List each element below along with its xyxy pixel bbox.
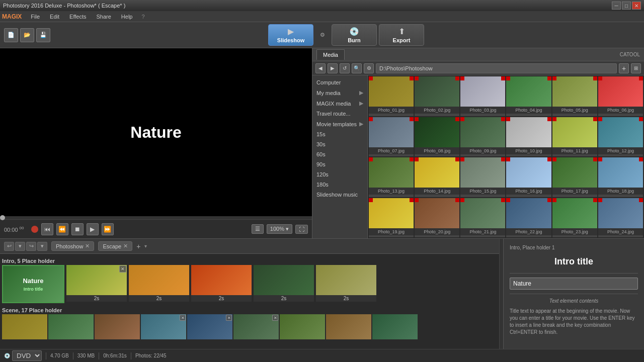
settings-icon[interactable]: ⚙ <box>315 28 330 42</box>
clip-6[interactable]: 2s <box>316 265 376 303</box>
sidebar-item-magix-media[interactable]: MAGIX media ▶ <box>312 98 367 109</box>
photo-19[interactable]: Photo_19.jpg <box>369 198 414 238</box>
forward-button[interactable]: ▶ <box>328 63 338 73</box>
sidebar-item-120s[interactable]: 120s <box>312 169 367 179</box>
clip-2[interactable]: ✕ 2s <box>66 265 127 303</box>
minimize-button[interactable]: ─ <box>612 2 621 10</box>
close-tab-icon[interactable]: ✕ <box>123 243 128 249</box>
clip-3[interactable]: 2s <box>129 265 189 303</box>
scene-clip-3[interactable] <box>95 314 140 339</box>
photo-17[interactable]: Photo_17.jpg <box>552 157 597 197</box>
view-toggle-button[interactable]: ⊞ <box>631 63 641 73</box>
timeline-scrollbar[interactable] <box>499 239 503 349</box>
sidebar-item-90s[interactable]: 90s <box>312 159 367 169</box>
title-text-input[interactable] <box>510 278 638 290</box>
sidebar-item-movie-templates[interactable]: Movie templates ▶ <box>312 119 367 129</box>
photo-21[interactable]: Photo_21.jpg <box>460 198 505 238</box>
scene-clip-1[interactable] <box>2 314 47 339</box>
photo-05[interactable]: Photo_05.jpg <box>552 76 597 116</box>
tab-media[interactable]: Media <box>316 49 345 60</box>
sidebar-item-30s[interactable]: 30s <box>312 139 367 149</box>
photo-20[interactable]: Photo_20.jpg <box>415 198 459 238</box>
new-button[interactable]: 📄 <box>4 28 18 42</box>
photo-07[interactable]: Photo_07.jpg <box>369 117 414 157</box>
zoom-select[interactable]: 100% ▾ <box>267 224 292 234</box>
menu-file[interactable]: File <box>27 13 44 21</box>
progress-thumb[interactable] <box>0 215 5 220</box>
clip-4[interactable]: 2s <box>191 265 252 303</box>
scene-clip-7[interactable] <box>280 314 325 339</box>
photo-09[interactable]: Photo_09.jpg <box>460 117 505 157</box>
preview-progress-bar[interactable] <box>0 216 312 219</box>
clip-intro-title[interactable]: Nature Intro title <box>2 265 64 303</box>
photo-18[interactable]: Photo_18.jpg <box>598 157 643 197</box>
photo-22[interactable]: Photo_22.jpg <box>506 198 551 238</box>
scene-clip-8[interactable] <box>326 314 371 339</box>
sidebar-item-15s[interactable]: 15s <box>312 129 367 139</box>
photo-24[interactable]: Photo_24.jpg <box>598 198 643 238</box>
sidebar-item-travel-route[interactable]: Travel route... <box>312 109 367 119</box>
redo-dropdown[interactable]: ▾ <box>37 242 47 251</box>
slideshow-button[interactable]: ▶ Slideshow <box>268 24 313 46</box>
clip-close-icon[interactable]: ✕ <box>272 315 278 321</box>
maximize-button[interactable]: □ <box>622 2 631 10</box>
refresh-button[interactable]: ↺ <box>340 63 350 73</box>
format-select[interactable]: DVD <box>12 350 42 361</box>
photo-10[interactable]: Photo_10.jpg <box>506 117 551 157</box>
burn-button[interactable]: 💿 Burn <box>332 24 377 46</box>
fast-forward-button[interactable]: ⏩ <box>102 223 114 235</box>
scene-clip-5[interactable]: ✕ <box>187 314 232 339</box>
clip-5[interactable]: 2s <box>254 265 314 303</box>
settings-button[interactable]: ⚙ <box>364 63 374 73</box>
add-button[interactable]: + <box>619 63 629 73</box>
scene-clip-6[interactable]: ✕ <box>233 314 279 339</box>
menu-share[interactable]: Share <box>92 13 115 21</box>
menu-effects[interactable]: Effects <box>65 13 90 21</box>
photo-06[interactable]: Photo_06.jpg <box>598 76 643 116</box>
search-button[interactable]: 🔍 <box>352 63 362 73</box>
export-button[interactable]: ⬆ Export <box>379 24 424 46</box>
sidebar-item-60s[interactable]: 60s <box>312 149 367 159</box>
photo-02[interactable]: Photo_02.jpg <box>415 76 459 116</box>
photo-03[interactable]: Photo_03.jpg <box>460 76 505 116</box>
redo-button[interactable]: ↪ <box>26 242 36 251</box>
photo-15[interactable]: Photo_15.jpg <box>460 157 505 197</box>
view-list-button[interactable]: ☰ <box>252 224 264 234</box>
clip-close-icon[interactable]: ✕ <box>119 265 126 273</box>
sidebar-item-my-media[interactable]: My media ▶ <box>312 87 367 98</box>
photo-12[interactable]: Photo_12.jpg <box>598 117 643 157</box>
menu-edit[interactable]: Edit <box>46 13 63 21</box>
photo-11[interactable]: Photo_11.jpg <box>552 117 597 157</box>
tab-escape[interactable]: Escape ✕ <box>98 241 132 251</box>
tab-photoshow[interactable]: Photoshow ✕ <box>51 241 94 251</box>
clip-close-icon[interactable]: ✕ <box>180 315 186 321</box>
photo-01[interactable]: Photo_01.jpg <box>369 76 414 116</box>
scene-clip-9[interactable] <box>372 314 418 339</box>
fullscreen-button[interactable]: ⛶ <box>295 225 308 234</box>
path-input[interactable] <box>376 63 617 73</box>
rewind-button[interactable]: ⏪ <box>56 223 68 235</box>
record-button[interactable] <box>31 226 38 233</box>
menu-help[interactable]: Help <box>117 13 137 21</box>
clip-close-icon[interactable]: ✕ <box>226 315 232 321</box>
sidebar-item-computer[interactable]: Computer <box>312 77 367 87</box>
format-selector[interactable]: 💿 DVD <box>4 350 42 361</box>
back-button[interactable]: ◀ <box>315 63 326 73</box>
close-tab-icon[interactable]: ✕ <box>85 243 90 249</box>
undo-button[interactable]: ↩ <box>4 242 14 251</box>
help-icon[interactable]: ? <box>141 14 144 20</box>
sidebar-item-slideshow-music[interactable]: Slideshow music <box>312 190 367 200</box>
add-tab-button[interactable]: + <box>136 242 140 250</box>
open-button[interactable]: 📂 <box>20 28 34 42</box>
photo-13[interactable]: Photo_13.jpg <box>369 157 414 197</box>
close-button[interactable]: ✕ <box>632 2 641 10</box>
sidebar-item-180s[interactable]: 180s <box>312 179 367 190</box>
photo-04[interactable]: Photo_04.jpg <box>506 76 551 116</box>
photo-16[interactable]: Photo_16.jpg <box>506 157 551 197</box>
undo-dropdown[interactable]: ▾ <box>15 242 25 251</box>
photo-14[interactable]: Photo_14.jpg <box>415 157 459 197</box>
skip-start-button[interactable]: ⏮ <box>41 223 53 235</box>
photo-08[interactable]: Photo_08.jpg <box>415 117 459 157</box>
stop-button[interactable]: ⏹ <box>71 223 84 235</box>
play-button[interactable]: ▶ <box>87 223 99 235</box>
